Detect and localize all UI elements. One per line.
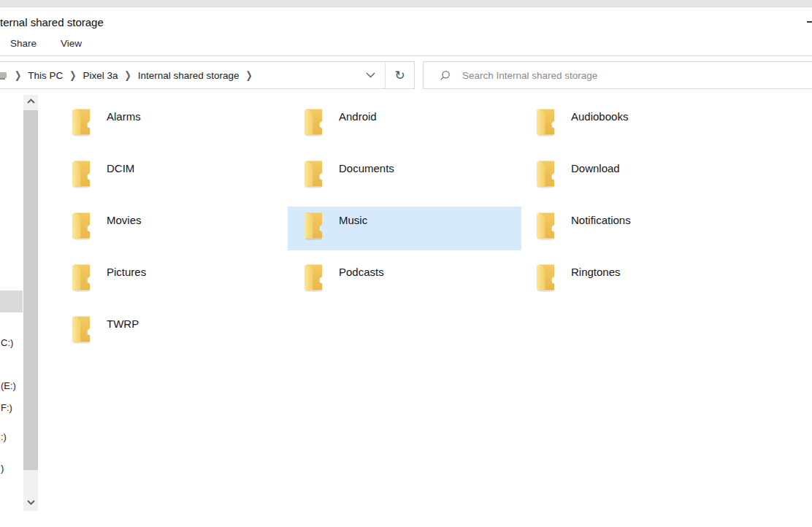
folder-tile[interactable]: Music: [288, 207, 521, 250]
folder-name: Ringtones: [571, 266, 621, 278]
folder-tile[interactable]: Android: [288, 103, 521, 147]
search-icon: [440, 70, 451, 81]
folder-name: TWRP: [107, 318, 139, 330]
minimize-icon[interactable]: [807, 21, 812, 23]
folder-tile[interactable]: Movies: [55, 207, 289, 250]
folder-icon: [300, 160, 324, 189]
refresh-icon: ↻: [394, 68, 405, 83]
folder-icon: [532, 108, 556, 137]
search-box[interactable]: Search Internal shared storage: [423, 61, 812, 89]
folder-name: Alarms: [107, 110, 141, 123]
folder-icon: [300, 212, 324, 241]
folder-tile[interactable]: Ringtones: [520, 258, 754, 302]
folder-tile[interactable]: TWRP: [55, 310, 289, 354]
folder-name: Podcasts: [339, 266, 384, 278]
folder-icon: [68, 264, 92, 293]
breadcrumb-separator-icon: ❯: [118, 69, 137, 81]
folder-tile[interactable]: Download: [520, 155, 754, 199]
breadcrumb: ❯ This PC ❯ Pixel 3a ❯ Internal shared s…: [0, 62, 356, 88]
breadcrumb-separator-icon: ❯: [8, 69, 28, 81]
folder-name: Android: [339, 110, 377, 123]
chevron-down-icon: [366, 72, 375, 78]
title-bar[interactable]: ternal shared storage: [0, 7, 812, 31]
folder-name: DCIM: [107, 162, 134, 174]
folder-icon: [68, 212, 92, 241]
folder-tile[interactable]: Audiobooks: [520, 103, 754, 147]
tab-share[interactable]: Share: [10, 38, 37, 49]
folder-icon: [68, 160, 92, 189]
folder-icon: [300, 264, 324, 293]
ribbon-tab-bar: Share View: [0, 31, 812, 56]
this-pc-icon: [0, 72, 8, 80]
folder-name: Download: [571, 162, 620, 174]
window-top-edge: [0, 0, 812, 7]
folder-tile[interactable]: Pictures: [55, 258, 289, 302]
window-title: ternal shared storage: [0, 16, 104, 28]
folder-name: Audiobooks: [571, 110, 628, 123]
folder-icon: [300, 108, 324, 137]
content-area: C:) (E:) F:) :) ): [0, 95, 812, 527]
breadcrumb-separator-icon: ❯: [63, 69, 83, 81]
refresh-button[interactable]: ↻: [386, 62, 414, 88]
breadcrumb-pixel-3a[interactable]: Pixel 3a: [83, 70, 118, 81]
folder-icon: [68, 108, 92, 137]
folder-icon: [532, 212, 556, 241]
folder-tile[interactable]: Notifications: [520, 207, 754, 250]
folder-name: Pictures: [107, 266, 146, 278]
folder-name: Documents: [339, 162, 394, 174]
address-dropdown-button[interactable]: [356, 62, 385, 88]
folder-name: Movies: [107, 214, 142, 226]
breadcrumb-this-pc[interactable]: This PC: [28, 70, 63, 81]
folder-tile[interactable]: Podcasts: [288, 258, 521, 302]
breadcrumb-separator-icon: ❯: [240, 69, 259, 81]
toolbar-row: ❯ This PC ❯ Pixel 3a ❯ Internal shared s…: [0, 57, 812, 93]
breadcrumb-internal-shared-storage[interactable]: Internal shared storage: [138, 70, 240, 81]
folder-tile[interactable]: Alarms: [55, 103, 289, 147]
address-bar[interactable]: ❯ This PC ❯ Pixel 3a ❯ Internal shared s…: [0, 61, 415, 89]
folder-tile[interactable]: DCIM: [55, 155, 289, 199]
folder-grid: Alarms Android: [0, 95, 812, 527]
folder-icon: [532, 264, 556, 293]
folder-name: Music: [339, 214, 367, 226]
folder-icon: [532, 160, 556, 189]
tab-view[interactable]: View: [61, 38, 82, 49]
explorer-window: ternal shared storage Share View ❯ This …: [0, 0, 812, 527]
folder-name: Notifications: [571, 214, 631, 226]
folder-tile[interactable]: Documents: [288, 155, 521, 199]
folder-icon: [68, 315, 92, 345]
search-placeholder: Search Internal shared storage: [462, 70, 597, 81]
